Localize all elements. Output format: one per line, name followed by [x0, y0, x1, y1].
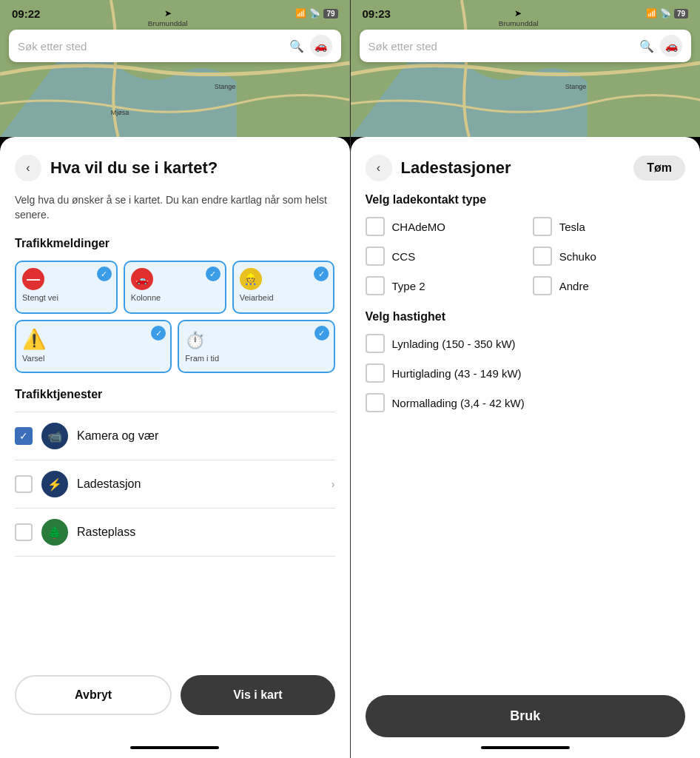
traffic-cards-row1: ✓ — Stengt vei ✓ 🚗 Kolonne ✓	[15, 261, 335, 314]
card-veiarbeid[interactable]: ✓ 👷 Veiarbeid	[232, 261, 335, 314]
bottom-area-right: Bruk	[366, 683, 686, 737]
location-icon-left: ➤	[164, 8, 172, 19]
checkbox-normallading[interactable]	[366, 393, 385, 412]
location-icon-right: ➤	[514, 8, 522, 19]
map-background-right: Brumunddal Moelv Elveru Stange 09:23 ➤ 📶…	[351, 0, 701, 137]
status-bar-right: 09:23 ➤ 📶 📡 79	[351, 0, 701, 27]
option-andre[interactable]: Andre	[533, 276, 685, 295]
label-ccs: CCS	[392, 250, 416, 263]
icon-rasteplass: 🌲	[41, 519, 68, 546]
icon-varsel: ⚠️	[22, 327, 46, 351]
search-icon-left[interactable]: 🔍	[289, 39, 304, 53]
option-chademo[interactable]: CHAdeMO	[366, 217, 518, 236]
sheet-title-left: Hva vil du se i kartet?	[50, 158, 218, 178]
wifi-icon-right: 📡	[660, 8, 671, 19]
bottom-buttons-left: Avbryt Vis i kart	[15, 663, 335, 737]
label-type2: Type 2	[392, 280, 425, 292]
apply-button[interactable]: Bruk	[366, 695, 686, 737]
car-icon-left[interactable]: 🚗	[310, 35, 332, 57]
checkbox-andre[interactable]	[533, 276, 552, 295]
checkbox-schuko[interactable]	[533, 246, 552, 266]
search-placeholder-right: Søk etter sted	[368, 40, 634, 53]
section-title-speed: Velg hastighet	[366, 310, 686, 323]
checkbox-lynlading[interactable]	[366, 334, 385, 353]
vis-i-kart-button[interactable]: Vis i kart	[181, 675, 334, 715]
screen-right: Brumunddal Moelv Elveru Stange 09:23 ➤ 📶…	[351, 0, 701, 758]
signal-icon-right: 📶	[646, 8, 657, 19]
option-schuko[interactable]: Schuko	[533, 246, 685, 266]
icon-veiarbeid: 👷	[240, 268, 262, 290]
bottom-sheet-right: ‹ Ladestasjoner Tøm Velg ladekontakt typ…	[351, 137, 701, 758]
checkbox-tesla[interactable]	[533, 217, 552, 236]
label-rasteplass: Rasteplass	[77, 526, 335, 539]
check-veiarbeid: ✓	[314, 266, 329, 281]
label-lynlading: Lynlading (150 - 350 kW)	[392, 338, 516, 350]
search-bar-right[interactable]: Søk etter sted 🔍 🚗	[360, 30, 692, 62]
section-trafikktjenester: Trafikktjenester	[15, 388, 335, 401]
wifi-icon-left: 📡	[309, 8, 320, 19]
home-bar-left	[130, 746, 219, 749]
label-veiarbeid: Veiarbeid	[240, 293, 274, 302]
status-time-left: 09:22	[12, 7, 40, 20]
svg-text:Stange: Stange	[215, 83, 235, 90]
back-button-right[interactable]: ‹	[366, 155, 392, 181]
card-kolonne[interactable]: ✓ 🚗 Kolonne	[124, 261, 226, 314]
home-indicator-right	[366, 737, 686, 758]
checkbox-chademo[interactable]	[366, 217, 385, 236]
check-varsel: ✓	[151, 326, 166, 341]
sheet-header-right: ‹ Ladestasjoner Tøm	[366, 155, 686, 181]
option-ccs[interactable]: CCS	[366, 246, 518, 266]
label-kolonne: Kolonne	[131, 293, 161, 302]
checkbox-kamera[interactable]: ✓	[15, 427, 33, 445]
search-bar-left[interactable]: Søk etter sted 🔍 🚗	[9, 30, 341, 62]
bottom-sheet-left: ‹ Hva vil du se i kartet? Velg hva du øn…	[0, 137, 350, 758]
checkbox-ccs[interactable]	[366, 246, 385, 266]
service-ladestasjon[interactable]: ⚡ Ladestasjon ›	[15, 460, 335, 508]
map-background-left: Brumunddal Moelv Elveru Stange Mjøsa 09:…	[0, 0, 350, 137]
card-varsel[interactable]: ✓ ⚠️ Varsel	[15, 320, 172, 373]
status-icons-left: 📶 📡 79	[295, 8, 337, 19]
service-kamera[interactable]: ✓ 📹 Kamera og vær	[15, 412, 335, 460]
checkbox-hurtiglading[interactable]	[366, 363, 385, 383]
option-hurtiglading[interactable]: Hurtiglading (43 - 149 kW)	[366, 363, 686, 383]
option-type2[interactable]: Type 2	[366, 276, 518, 295]
option-lynlading[interactable]: Lynlading (150 - 350 kW)	[366, 334, 686, 353]
clear-button[interactable]: Tøm	[633, 155, 685, 181]
battery-right: 79	[674, 9, 688, 19]
option-normallading[interactable]: Normallading (3,4 - 42 kW)	[366, 393, 686, 412]
cancel-button[interactable]: Avbryt	[15, 675, 172, 715]
checkbox-ladestasjon[interactable]	[15, 475, 33, 493]
speed-list: Lynlading (150 - 350 kW) Hurtiglading (4…	[366, 334, 686, 412]
status-bar-left: 09:22 ➤ 📶 📡 79	[0, 0, 350, 27]
checkbox-rasteplass[interactable]	[15, 523, 33, 541]
sheet-content-left: Velg hva du ønsker å se i kartet. Du kan…	[15, 193, 335, 663]
section-trafikkmeldinger: Trafikkmeldinger	[15, 237, 335, 250]
label-tesla: Tesla	[559, 221, 585, 233]
icon-framitid: ⏱️	[185, 327, 205, 351]
label-andre: Andre	[559, 280, 589, 292]
checkbox-type2[interactable]	[366, 276, 385, 295]
label-kamera: Kamera og vær	[77, 429, 335, 443]
traffic-cards-row2: ✓ ⚠️ Varsel ✓ ⏱️ Fram i tid	[15, 320, 335, 373]
status-icons-right: 📶 📡 79	[646, 8, 688, 19]
section-title-connector: Velg ladekontakt type	[366, 193, 686, 207]
label-hurtiglading: Hurtiglading (43 - 149 kW)	[392, 367, 522, 380]
icon-kolonne: 🚗	[131, 268, 153, 290]
label-framitid: Fram i tid	[185, 354, 219, 363]
svg-text:Stange: Stange	[565, 83, 585, 90]
option-tesla[interactable]: Tesla	[533, 217, 685, 236]
check-stengt: ✓	[97, 266, 112, 281]
car-icon-right[interactable]: 🚗	[660, 35, 682, 57]
connector-grid: CHAdeMO Tesla CCS Schuko	[366, 217, 686, 295]
icon-ladestasjon: ⚡	[41, 471, 68, 497]
signal-icon-left: 📶	[295, 8, 306, 19]
home-bar-right	[481, 746, 570, 749]
card-framitid[interactable]: ✓ ⏱️ Fram i tid	[178, 320, 334, 373]
label-varsel: Varsel	[22, 354, 44, 363]
divider-bottom	[15, 556, 335, 557]
search-icon-right[interactable]: 🔍	[639, 39, 654, 53]
service-rasteplass[interactable]: 🌲 Rasteplass	[15, 509, 335, 556]
card-stengt-vei[interactable]: ✓ — Stengt vei	[15, 261, 118, 314]
speed-section: Velg hastighet Lynlading (150 - 350 kW) …	[366, 310, 686, 412]
back-button-left[interactable]: ‹	[15, 155, 41, 181]
